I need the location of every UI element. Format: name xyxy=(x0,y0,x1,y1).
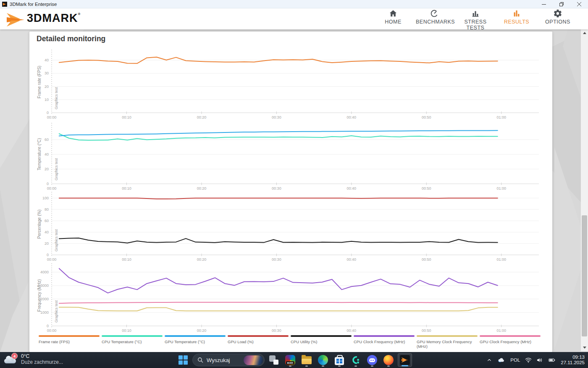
brand-registered-mark: ® xyxy=(78,12,81,16)
chart-frame-rate: 01020304000:0000:1000:2000:3000:4000:500… xyxy=(29,48,552,124)
chevron-up-icon xyxy=(486,357,493,363)
svg-text:40: 40 xyxy=(45,230,49,234)
search-box[interactable]: Wyszukaj xyxy=(192,354,265,366)
task-view-button[interactable] xyxy=(267,353,281,367)
page-title: Detailed monitoring xyxy=(37,34,105,43)
legend-color-bar xyxy=(39,335,100,337)
discord-icon xyxy=(367,355,377,365)
scroll-up-button[interactable] xyxy=(581,29,588,37)
vertical-scrollbar[interactable] xyxy=(581,29,588,351)
running-indicator xyxy=(371,365,373,367)
svg-text:100: 100 xyxy=(42,196,49,200)
nav-item-home[interactable]: HOME xyxy=(375,8,412,31)
scroll-down-button[interactable] xyxy=(581,344,588,351)
scrollbar-thumb[interactable] xyxy=(582,215,587,336)
file-explorer-button[interactable] xyxy=(299,353,314,367)
legend-color-bar xyxy=(291,335,352,337)
nav-item-benchmarks[interactable]: BENCHMARKS xyxy=(416,8,453,31)
windows-logo-icon xyxy=(178,355,188,365)
edge-browser-button[interactable] xyxy=(316,353,330,367)
legend-item-cpu-utility[interactable]: CPU Utility (%) xyxy=(291,335,352,349)
firefox-button[interactable] xyxy=(381,353,396,367)
svg-text:0: 0 xyxy=(47,253,49,257)
m365-app-button[interactable]: M365 xyxy=(283,353,297,367)
bar-chart-icon xyxy=(457,9,494,18)
legend-item-gpu-load[interactable]: GPU Load (%) xyxy=(228,335,289,349)
tray-chevron-button[interactable] xyxy=(485,354,494,366)
3dmark-app-button[interactable] xyxy=(398,353,412,367)
active-running-indicator xyxy=(402,365,408,366)
svg-text:00:00: 00:00 xyxy=(47,257,57,262)
brand-logo: 3DMARK ® xyxy=(6,10,80,28)
speaker-icon xyxy=(536,356,543,364)
svg-text:00:30: 00:30 xyxy=(272,115,281,119)
minimize-button[interactable] xyxy=(535,0,553,8)
running-indicator xyxy=(289,365,291,367)
svg-text:00:00: 00:00 xyxy=(47,328,57,333)
discord-button[interactable] xyxy=(365,353,379,367)
svg-text:40: 40 xyxy=(45,152,49,156)
legend-color-bar xyxy=(228,335,289,337)
svg-text:01:00: 01:00 xyxy=(497,186,507,191)
app-header: 3DMARK ® HOME BENCHMARKS STRESS TESTS R xyxy=(0,8,588,29)
svg-text:00:10: 00:10 xyxy=(122,186,131,191)
home-icon xyxy=(375,9,412,18)
volume-tray-button[interactable] xyxy=(535,354,545,366)
svg-text:00:00: 00:00 xyxy=(47,186,57,191)
svg-text:40: 40 xyxy=(45,58,49,62)
nav-item-stress-tests[interactable]: STRESS TESTS xyxy=(457,8,494,31)
svg-text:Graphics test: Graphics test xyxy=(54,300,58,323)
svg-text:00:50: 00:50 xyxy=(422,257,431,262)
legend-color-bar xyxy=(417,335,478,337)
svg-text:Graphics test: Graphics test xyxy=(54,87,58,109)
legend-color-bar xyxy=(480,335,541,337)
start-button[interactable] xyxy=(176,353,190,367)
legend-color-bar xyxy=(102,335,163,337)
weather-widget[interactable]: 4 0°C Duże zachmurze... xyxy=(3,353,63,365)
folder-icon xyxy=(302,356,312,364)
tray-time: 09:13 xyxy=(561,355,585,360)
svg-text:01:00: 01:00 xyxy=(497,257,507,262)
legend-item-gpu-clock[interactable]: GPU Clock Frequency (MHz) xyxy=(480,335,541,349)
language-indicator[interactable]: POL xyxy=(508,357,522,363)
microsoft-store-button[interactable] xyxy=(332,353,346,367)
chart-percentage: 02040608010000:0000:1000:2000:3000:4000:… xyxy=(29,191,552,263)
triangle-up-icon xyxy=(583,32,586,34)
legend-item-cpu-temperature[interactable]: CPU Temperature (°C) xyxy=(102,335,163,349)
wifi-tray-button[interactable] xyxy=(523,354,533,366)
search-icon xyxy=(197,356,204,364)
svg-text:30: 30 xyxy=(45,71,49,75)
results-bars-icon xyxy=(498,9,535,18)
edge-icon xyxy=(318,355,328,365)
legend-item-gpu-temperature[interactable]: GPU Temperature (°C) xyxy=(165,335,226,349)
svg-text:Temperature (°C): Temperature (°C) xyxy=(37,138,42,170)
nav-item-options[interactable]: OPTIONS xyxy=(539,8,576,31)
maximize-button[interactable] xyxy=(553,0,570,8)
taskbar: 4 0°C Duże zachmurze... Wyszukaj M365 xyxy=(0,352,588,368)
svg-text:20: 20 xyxy=(45,85,49,89)
legend-item-cpu-clock[interactable]: CPU Clock Frequency (MHz) xyxy=(354,335,415,349)
task-view-icon xyxy=(269,355,278,365)
svg-text:00:00: 00:00 xyxy=(47,115,57,119)
svg-text:4000: 4000 xyxy=(40,270,49,274)
close-button[interactable] xyxy=(570,0,588,8)
svg-text:60: 60 xyxy=(45,219,49,223)
running-indicator xyxy=(338,365,341,367)
legend-item-frame-rate[interactable]: Frame rate (FPS) xyxy=(39,335,100,349)
battery-tray-button[interactable] xyxy=(546,354,558,366)
results-card: Detailed monitoring 01020304000:0000:100… xyxy=(29,32,552,352)
m365-icon: M365 xyxy=(285,355,295,365)
svg-text:00:20: 00:20 xyxy=(197,328,207,333)
chart-frequency: 0100020003000400000:0000:1000:2000:3000:… xyxy=(29,262,552,334)
onedrive-tray-button[interactable] xyxy=(495,354,507,366)
nav-item-results[interactable]: RESULTS xyxy=(498,8,535,31)
running-indicator xyxy=(305,365,308,367)
svg-text:00:50: 00:50 xyxy=(422,115,431,119)
ul-app-button[interactable] xyxy=(349,353,363,367)
legend-item-gpu-memory-clock[interactable]: GPU Memory Clock Frequency (MHz) xyxy=(417,335,478,349)
svg-text:00:10: 00:10 xyxy=(122,257,131,262)
tray-clock[interactable]: 09:13 27.11.2025 xyxy=(561,355,585,365)
svg-text:00:30: 00:30 xyxy=(272,328,281,333)
search-placeholder: Wyszukaj xyxy=(207,357,230,363)
svg-text:00:50: 00:50 xyxy=(422,328,431,333)
